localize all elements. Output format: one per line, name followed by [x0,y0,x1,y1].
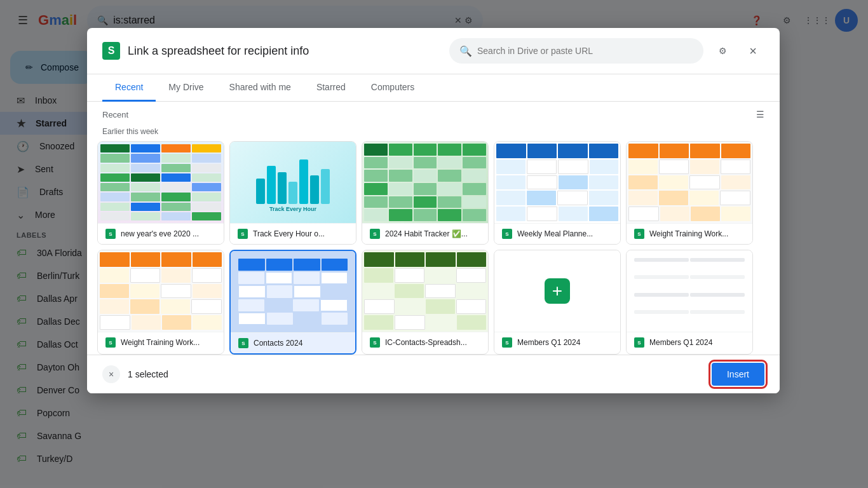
tab-recent[interactable]: Recent [102,74,156,102]
earlier-this-week-label: Earlier this week [87,125,780,141]
tab-my-drive[interactable]: My Drive [156,74,216,102]
file-card-members-q1-2[interactable]: S Members Q1 2024 [626,250,753,355]
drive-picker-modal: S Link a spreadsheet for recipient info … [87,28,780,393]
file-footer: S new year's eve 2020 ... [98,223,224,244]
file-preview [362,142,488,223]
file-name: IC-Contacts-Spreadsh... [385,338,480,347]
file-card-ic-contacts[interactable]: S IC-Contacts-Spreadsh... [362,250,489,355]
tab-shared-with-me[interactable]: Shared with me [217,74,304,102]
sheets-icon: S [370,337,380,348]
file-name: Track Every Hour o... [253,229,348,238]
modal-search-icon: 🔍 [459,45,472,57]
file-card-weight-training-1[interactable]: S Weight Training Work... [626,141,753,245]
sheets-icon: S [105,229,116,239]
file-preview [98,250,224,332]
modal-search-bar[interactable]: 🔍 [449,38,703,64]
file-name: Members Q1 2024 [649,338,745,347]
file-preview: + [494,250,620,332]
file-name: Members Q1 2024 [517,338,613,347]
file-preview [494,142,620,223]
sheets-icon: S [370,229,380,239]
modal-header: S Link a spreadsheet for recipient info … [87,28,780,74]
file-card-habit-tracker[interactable]: S 2024 Habit Tracker ✅... [362,141,489,245]
sheets-icon: S [238,338,248,348]
file-name: Weight Training Work... [649,229,745,238]
file-footer: S Weekly Meal Planne... [494,223,620,244]
file-footer: S Members Q1 2024 [494,332,620,353]
file-name: Weekly Meal Planne... [517,229,613,238]
file-card-new-years-eve[interactable]: S new year's eve 2020 ... [97,141,224,245]
file-card-weight-training-2[interactable]: S Weight Training Work... [97,250,224,355]
sheets-icon: S [238,229,248,239]
view-toggle[interactable]: ☰ [756,109,764,119]
file-name: Weight Training Work... [121,338,216,347]
sheets-logo-letter: S [108,45,115,57]
section-recent-label: Recent [102,110,128,119]
modal-title: Link a spreadsheet for recipient info [128,44,442,58]
file-footer: S 2024 Habit Tracker ✅... [362,223,488,244]
selected-count-area: × 1 selected [102,365,168,383]
file-name: 2024 Habit Tracker ✅... [385,229,480,238]
tab-starred[interactable]: Starred [304,74,358,102]
sheets-icon: S [105,337,116,348]
file-preview [627,142,752,223]
sheets-icon: S [502,337,512,348]
file-preview [627,250,752,332]
file-footer: S Weight Training Work... [627,223,752,244]
file-footer: S Members Q1 2024 [627,332,752,353]
file-footer: S IC-Contacts-Spreadsh... [362,332,488,353]
insert-button[interactable]: Insert [712,363,764,386]
file-preview: Track Every Hour [230,142,356,223]
sheets-icon: S [634,229,644,239]
file-footer: S Contacts 2024 [231,332,355,353]
file-name: Contacts 2024 [254,339,348,348]
modal-tabs: Recent My Drive Shared with me Starred C… [87,74,780,102]
file-preview [98,142,224,223]
section-header: Recent ☰ [87,102,780,125]
sheets-icon: S [634,337,644,348]
deselect-button[interactable]: × [102,365,120,383]
file-preview [231,251,355,332]
file-name: new year's eve 2020 ... [121,229,216,238]
file-card-track-every-hour[interactable]: Track Every Hour S Track Every Hour o... [229,141,356,245]
tab-computers[interactable]: Computers [358,74,427,102]
modal-search-input[interactable] [477,46,693,56]
files-grid: S new year's eve 2020 ... Track Every Ho… [87,141,780,355]
modal-search-settings-icon[interactable]: ⚙ [711,39,734,62]
list-view-icon: ☰ [756,109,764,119]
modal-bottom-bar: × 1 selected Insert [87,355,780,393]
file-card-weekly-meal-planner[interactable]: S Weekly Meal Planne... [494,141,621,245]
file-preview [362,250,488,332]
file-card-contacts-2024[interactable]: S Contacts 2024 [229,250,356,355]
file-card-members-q1-1[interactable]: + S Members Q1 2024 [494,250,621,355]
file-footer: S Track Every Hour o... [230,223,356,244]
file-footer: S Weight Training Work... [98,332,224,353]
cross-app-icon: + [545,278,570,304]
modal-close-button[interactable]: × [742,39,764,62]
selected-count-label: 1 selected [128,369,168,379]
sheets-logo: S [102,42,120,60]
sheets-icon: S [502,229,512,239]
